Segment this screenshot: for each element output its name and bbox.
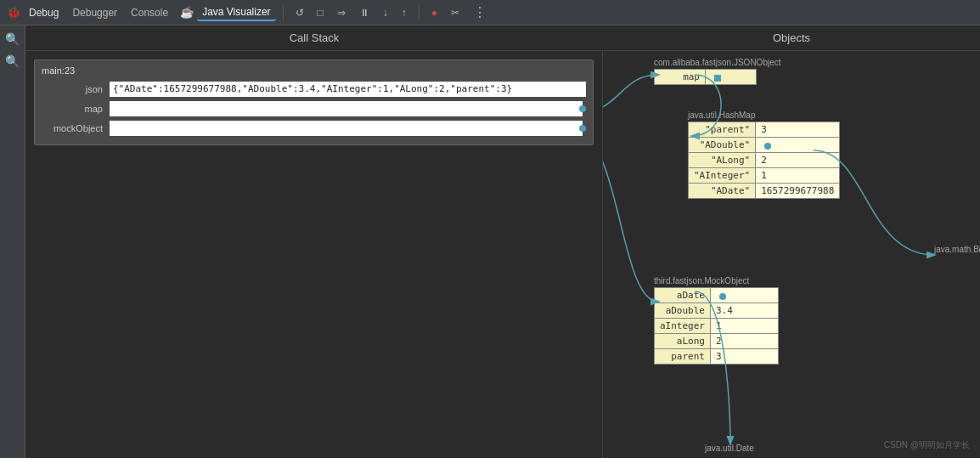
toolbar-step-over[interactable]: ⇒ [332,5,351,20]
stack-frame: main:23 json {"ADate":1657299677988,"ADo… [34,59,594,145]
val-mock-ainteger: 1 [710,319,778,334]
mockobject-type: third.fastjson.MockObject [654,276,779,286]
table-row: "ADate" 1657299677988 [689,184,840,199]
hashmap-object: java.util.HashMap "parent" 3 "ADouble" [688,110,840,199]
table-row: aDouble 3.4 [655,303,779,319]
objects-panel: com.alibaba.fastjson.JSONObject map java… [603,51,980,458]
arrow-map-to-fastjson [603,75,658,113]
val-adate: 1657299677988 [756,184,840,199]
key-adouble2: aDouble [655,303,711,319]
table-row: "ADouble" [689,138,840,153]
key-parent: "parent" [689,122,756,138]
val-mock-along: 2 [710,334,778,349]
watermark: CSDN @明明如月学长 [884,439,970,451]
stack-row-mockobject: mockObject [42,120,586,137]
toolbar-pause[interactable]: ⏸ [354,5,375,20]
toolbar-stop[interactable]: □ [313,5,329,20]
val-adouble [756,138,840,153]
dot-map [579,105,586,112]
callstack-header: Call Stack [25,31,603,44]
toolbar-step-into[interactable]: ↓ [378,5,393,20]
table-row: map [655,70,757,85]
table-row: "parent" 3 [689,122,840,138]
main-layout: 🔍 🔍 Call Stack Objects main:23 json {"AD… [0,25,980,458]
toolbar-scissors[interactable]: ✂ [446,5,465,20]
callstack-panel: main:23 json {"ADate":1657299677988,"ADo… [25,51,603,458]
date-type: java.util.Date [705,444,754,453]
objects-header: Objects [603,31,980,44]
val-mock-parent: 3 [710,349,778,365]
fastjson-type: com.alibaba.fastjson.JSONObject [654,58,781,67]
mockobject-table: aDate aDouble 3.4 aInteger 1 [654,287,779,365]
arrow-mockobject-to-mock [603,136,658,302]
visualizer-icon: ☕ [180,6,194,19]
dot-fastjson-map [714,75,721,82]
stack-row-map: map [42,100,586,117]
toolbar-step-out[interactable]: ↑ [397,5,412,20]
key-adate: aDate [655,288,711,303]
val-mock-adate [710,288,778,303]
hashmap-type: java.util.HashMap [688,110,840,120]
divider-2 [419,5,420,20]
viz-area: main:23 json {"ADate":1657299677988,"ADo… [25,51,980,458]
key-parent2: parent [655,349,711,365]
toolbar-console[interactable]: Console [126,5,173,20]
toolbar: 🐞 Debug Debugger Console ☕ Java Visualiz… [0,0,980,25]
table-row: aInteger 1 [655,319,779,334]
hashmap-table: "parent" 3 "ADouble" "ALong" 2 [688,122,840,199]
key-ainteger: "AInteger" [689,168,756,184]
value-mockobject [110,121,583,136]
debug-icon: 🐞 [7,6,20,19]
left-sidebar: 🔍 🔍 [0,25,25,458]
toolbar-debugger[interactable]: Debugger [67,5,122,20]
key-adouble: "ADouble" [689,138,756,153]
dot-adouble [764,143,771,150]
bigdecimal-type: java.math.BigDecimal [934,245,980,254]
mockobject-container: third.fastjson.MockObject aDate aDouble … [654,276,779,365]
fastjson-val-map [706,70,757,85]
label-json: json [42,84,110,94]
stack-row-json: json {"ADate":1657299677988,"ADouble":3.… [42,81,586,98]
value-json: {"ADate":1657299677988,"ADouble":3.4,"AI… [110,82,586,97]
dot-mockobject [579,125,586,132]
toolbar-debug[interactable]: Debug [24,5,64,20]
key-adate: "ADate" [689,184,756,199]
label-map: map [42,104,110,114]
toolbar-refresh[interactable]: ↺ [290,5,309,20]
toolbar-visualizer[interactable]: Java Visualizer [197,4,275,21]
fastjson-key-map: map [655,70,706,85]
divider-1 [283,5,284,20]
zoom-in-icon[interactable]: 🔍 [5,32,20,46]
value-map [110,101,583,116]
val-along: 2 [756,153,840,168]
table-row: "AInteger" 1 [689,168,840,184]
frame-title: main:23 [42,65,586,76]
table-row: parent 3 [655,349,779,365]
content-area: Call Stack Objects main:23 json {"ADate"… [25,25,980,458]
key-along: "ALong" [689,153,756,168]
table-row: aLong 2 [655,334,779,349]
fastjson-table: map [654,69,757,85]
table-row: "ALong" 2 [689,153,840,168]
column-headers: Call Stack Objects [25,25,980,51]
toolbar-record[interactable]: ● [426,5,442,20]
table-row: aDate [655,288,779,303]
dot-mock-adate [719,293,726,300]
fastjson-object: com.alibaba.fastjson.JSONObject map [654,58,781,85]
val-parent: 3 [756,122,840,138]
key-ainteger2: aInteger [655,319,711,334]
zoom-out-icon[interactable]: 🔍 [5,54,20,68]
val-mock-adouble: 3.4 [710,303,778,319]
val-ainteger: 1 [756,168,840,184]
toolbar-more[interactable]: ⋮ [468,3,492,22]
key-along2: aLong [655,334,711,349]
label-mockobject: mockObject [42,123,110,133]
